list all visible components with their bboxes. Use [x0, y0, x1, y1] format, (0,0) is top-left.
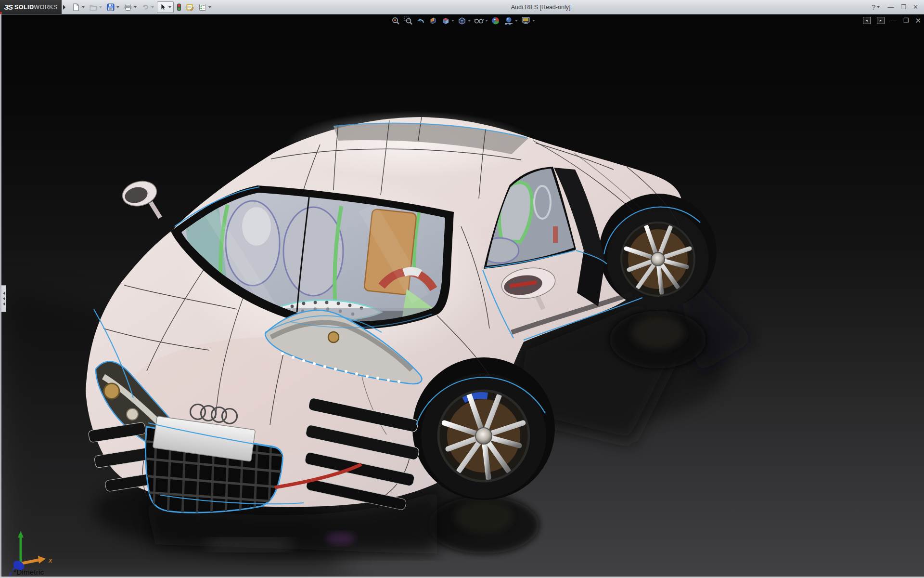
select-button[interactable] [157, 1, 174, 13]
undo-icon [141, 3, 150, 12]
model-3d-scene[interactable]: x z [1, 14, 924, 578]
standard-toolbar [70, 1, 214, 13]
close-button[interactable]: ✕ [913, 4, 918, 10]
new-document-icon [72, 3, 80, 12]
open-icon [89, 3, 98, 12]
options-button[interactable] [197, 1, 214, 13]
file-properties-icon [186, 3, 195, 12]
previous-view-icon [416, 16, 425, 26]
doc-close-button[interactable]: ✕ [915, 17, 921, 24]
dropdown-caret[interactable] [134, 6, 137, 8]
zoom-to-fit-button[interactable] [391, 16, 400, 26]
zoom-to-area-icon [403, 16, 413, 26]
solidworks-logo: ЗS SOLIDWORKS [0, 0, 62, 14]
display-style-icon [457, 16, 467, 26]
logo-red-accent [0, 12, 2, 14]
file-properties-button[interactable] [184, 1, 196, 13]
feature-manager-collapsed-tab[interactable] [1, 285, 6, 312]
previous-view-button[interactable] [416, 16, 425, 26]
dropdown-caret[interactable] [82, 6, 85, 8]
collapse-arrow-icon [3, 302, 5, 305]
dropdown-caret[interactable] [485, 20, 488, 22]
menu-flyout-arrow-icon[interactable] [63, 5, 65, 10]
rebuild-button[interactable] [174, 1, 184, 13]
restore-button[interactable]: ❐ [900, 4, 906, 10]
dropdown-caret[interactable] [116, 6, 119, 8]
section-view-icon [428, 16, 438, 26]
collapse-left-pane-button[interactable]: ◂ [863, 17, 871, 24]
dropdown-caret[interactable] [515, 20, 518, 22]
collapse-arrow-icon [3, 292, 5, 295]
help-icon: ? [872, 3, 875, 11]
x-axis-label: x [48, 556, 52, 564]
dropdown-caret[interactable] [468, 20, 471, 22]
dropdown-caret[interactable] [168, 6, 171, 8]
dropdown-caret[interactable] [208, 6, 211, 8]
minimize-button[interactable]: — [887, 4, 894, 10]
select-cursor-icon [158, 3, 167, 12]
print-icon [124, 3, 132, 12]
dropdown-caret[interactable] [877, 6, 880, 8]
apply-scene-icon [503, 16, 514, 26]
expand-right-pane-button[interactable]: ▸ [877, 17, 885, 24]
app-title-bar: ЗS SOLIDWORKS [0, 0, 924, 14]
save-icon [106, 3, 115, 12]
document-title: Audi R8 S [Read-only] [214, 4, 868, 11]
apply-scene-button[interactable] [503, 16, 518, 26]
open-button[interactable] [88, 1, 104, 13]
hide-show-items-button[interactable] [474, 16, 488, 26]
display-style-button[interactable] [457, 16, 471, 26]
left-mirror [120, 178, 160, 218]
view-settings-icon [521, 16, 531, 26]
dropdown-caret[interactable] [99, 6, 102, 8]
view-orientation-button[interactable] [441, 16, 454, 26]
dassault-3ds-logo-icon: ЗS [4, 3, 13, 11]
document-window-controls: ◂ ▸ — ❐ ✕ [863, 17, 921, 24]
view-orientation-label: *Dimetric [13, 568, 44, 576]
hide-show-items-icon [474, 16, 484, 26]
heads-up-view-toolbar [391, 16, 535, 26]
undo-button[interactable] [140, 1, 156, 13]
dropdown-caret[interactable] [451, 20, 454, 22]
options-icon [198, 3, 207, 12]
print-button[interactable] [122, 1, 139, 13]
edit-appearance-button[interactable] [491, 16, 500, 26]
section-view-button[interactable] [428, 16, 438, 26]
dropdown-caret[interactable] [532, 20, 535, 22]
zoom-to-fit-icon [391, 16, 400, 26]
doc-minimize-button[interactable]: — [891, 17, 897, 24]
collapse-arrow-icon [3, 297, 5, 300]
view-settings-button[interactable] [521, 16, 535, 26]
view-orientation-icon [441, 16, 450, 26]
rebuild-icon [176, 3, 182, 12]
save-button[interactable] [105, 1, 122, 13]
new-document-button[interactable] [70, 1, 87, 13]
graphics-viewport[interactable]: ◂ ▸ — ❐ ✕ [0, 14, 924, 578]
dropdown-caret[interactable] [151, 6, 154, 8]
zoom-to-area-button[interactable] [403, 16, 413, 26]
doc-restore-button[interactable]: ❐ [903, 17, 909, 24]
help-button[interactable]: ? [872, 3, 881, 11]
edit-appearance-icon [491, 16, 500, 26]
app-window-controls: ? — ❐ ✕ [872, 3, 918, 11]
